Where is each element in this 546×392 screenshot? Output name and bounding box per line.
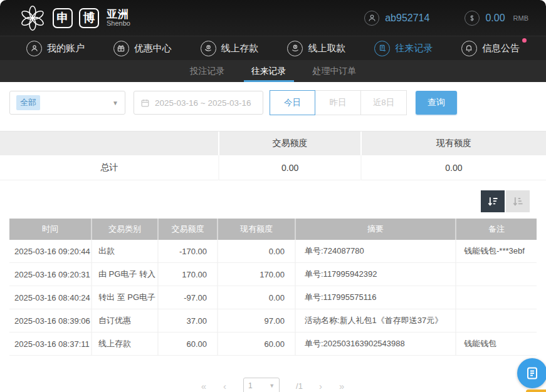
table-header-cell: 备注 <box>455 219 537 240</box>
page: 申 博 亚洲 Shenbo ab952714 0.00 RMB <box>0 0 546 392</box>
top-header: 申 博 亚洲 Shenbo ab952714 0.00 RMB <box>0 0 546 36</box>
account-icon <box>26 41 42 56</box>
table-cell: 60.00 <box>217 333 295 355</box>
table-cell: 单号:117995575116 <box>295 286 455 309</box>
search-button[interactable]: 查询 <box>416 91 457 115</box>
quick-yesterday-button[interactable]: 昨日 <box>315 90 361 115</box>
sort-toolbar <box>0 180 546 212</box>
filter-bar: 全部 ▼ 2025-03-16 ~ 2025-03-16 今日 昨日 近8日 查… <box>0 82 546 116</box>
table-cell: 单号:117995942392 <box>295 263 455 286</box>
table-cell: 0.00 <box>217 240 295 262</box>
user-icon <box>364 11 379 26</box>
account-info[interactable]: ab952714 <box>364 11 429 26</box>
table-header-row: 时间交易类别交易额度现有额度摘要备注 <box>9 219 537 240</box>
nav-item-transactions[interactable]: 往来记录 <box>374 41 433 56</box>
table-cell: 单号:724087780 <box>295 240 455 262</box>
calendar-icon <box>140 98 150 108</box>
brand-region: 亚洲 <box>107 9 130 20</box>
balance-currency: RMB <box>513 14 528 22</box>
summary-header: 交易额度 现有额度 <box>0 132 546 155</box>
table-cell: 出款 <box>91 240 157 262</box>
table-cell: 单号:202503163902543988 <box>295 333 455 355</box>
table-cell: -170.00 <box>157 240 217 262</box>
table-row: 2025-03-16 08:37:11线上存款60.0060.00单号:2025… <box>9 333 537 356</box>
table-row: 2025-03-16 08:40:24转出 至 PG电子-97.000.00单号… <box>9 286 537 309</box>
pagination-bar: « ‹ 1 ▼ /1 › » <box>0 378 546 392</box>
pagination-next-button[interactable]: › <box>319 381 323 391</box>
chevron-down-icon: ▼ <box>112 100 118 106</box>
notification-dot <box>522 38 527 43</box>
widget-tab[interactable] <box>526 389 546 392</box>
pagination-page-select[interactable]: 1 ▼ <box>243 378 280 392</box>
nav-label: 信息公告 <box>482 43 520 54</box>
tab-pending-orders[interactable]: 处理中订单 <box>309 60 360 82</box>
pagination-first-button[interactable]: « <box>201 381 207 391</box>
brand-logo[interactable]: 申 博 亚洲 Shenbo <box>19 4 130 32</box>
type-select[interactable]: 全部 ▼ <box>9 91 125 115</box>
logo-char-bo: 博 <box>79 8 99 28</box>
table-cell: -97.00 <box>157 286 217 309</box>
pagination-prev-button[interactable]: ‹ <box>223 381 227 391</box>
pagination-last-button[interactable]: » <box>339 381 345 391</box>
tab-transaction-records[interactable]: 往来记录 <box>248 60 290 82</box>
nav-item-promotions[interactable]: 优惠中心 <box>113 41 172 56</box>
quick-last8days-button[interactable]: 近8日 <box>361 90 407 115</box>
document-chat-icon <box>525 366 540 381</box>
table-cell: 自订优惠 <box>91 309 157 332</box>
username: ab952714 <box>385 13 429 24</box>
table-header-cell: 时间 <box>9 219 91 240</box>
table-header-cell: 交易额度 <box>157 219 217 240</box>
table-cell: 2025-03-16 09:20:44 <box>9 240 91 262</box>
quick-today-button[interactable]: 今日 <box>270 90 315 115</box>
chevron-down-icon: ▼ <box>269 383 275 389</box>
pagination-total-pages: /1 <box>296 381 303 391</box>
table-cell: 2025-03-16 08:40:24 <box>9 286 91 309</box>
gift-icon <box>113 41 129 56</box>
table-cell <box>455 286 537 309</box>
sort-descending-icon <box>486 195 499 208</box>
brand-subtitle: Shenbo <box>107 20 130 28</box>
nav-label: 线上取款 <box>308 43 345 54</box>
dollar-coin-icon <box>465 11 480 26</box>
table-cell: 2025-03-16 08:37:11 <box>9 333 91 355</box>
date-range-value: 2025-03-16 ~ 2025-03-16 <box>155 98 251 108</box>
table-cell: 活动名称:新人礼包1《首存即送37元》 <box>295 309 455 332</box>
sort-descending-button[interactable] <box>481 190 505 212</box>
customer-service-widget[interactable] <box>517 358 546 392</box>
table-body: 2025-03-16 09:20:44出款-170.000.00单号:72408… <box>9 240 537 356</box>
table-cell: 钱能钱包 <box>455 333 537 355</box>
table-cell <box>455 263 537 286</box>
table-cell: 170.00 <box>217 263 295 286</box>
sort-ascending-button[interactable] <box>506 190 530 212</box>
table-header-cell: 摘要 <box>295 219 455 240</box>
table-cell: 2025-03-16 08:39:06 <box>9 309 91 332</box>
nav-item-withdraw[interactable]: 线上取款 <box>287 41 345 56</box>
sort-ascending-icon <box>512 195 524 208</box>
sub-tabs: 投注记录 往来记录 处理中订单 <box>0 60 546 82</box>
balance-amount: 0.00 <box>485 13 505 24</box>
table-row: 2025-03-16 09:20:31由 PG电子 转入170.00170.00… <box>9 263 537 286</box>
table-cell: 170.00 <box>157 263 217 286</box>
type-select-value: 全部 <box>16 95 40 110</box>
tab-bet-records[interactable]: 投注记录 <box>186 60 229 82</box>
main-nav: 我的账户 优惠中心 线上存款 线上取款 往来记录 <box>0 36 546 60</box>
summary-table: 交易额度 现有额度 总计 0.00 0.00 <box>0 131 546 180</box>
quick-date-group: 今日 昨日 近8日 <box>270 90 407 115</box>
service-chat-button[interactable] <box>517 358 546 388</box>
nav-item-deposit[interactable]: 线上存款 <box>201 41 259 56</box>
table-cell: 转出 至 PG电子 <box>91 286 157 309</box>
table-cell: 钱能钱包-***3ebf <box>455 240 537 262</box>
nav-item-my-account[interactable]: 我的账户 <box>26 41 85 56</box>
table-cell: 0.00 <box>217 286 295 309</box>
summary-total-row: 总计 0.00 0.00 <box>0 155 546 180</box>
table-header-cell: 现有额度 <box>217 219 295 240</box>
table-cell: 由 PG电子 转入 <box>91 263 157 286</box>
balance-info[interactable]: 0.00 RMB <box>465 11 528 26</box>
logo-char-shen: 申 <box>53 8 73 28</box>
deposit-coin-icon <box>201 41 216 56</box>
date-range-input[interactable]: 2025-03-16 ~ 2025-03-16 <box>134 91 263 115</box>
table-row: 2025-03-16 08:39:06自订优惠37.0097.00活动名称:新人… <box>9 309 537 333</box>
nav-item-announcements[interactable]: 信息公告 <box>461 41 520 56</box>
table-cell: 60.00 <box>157 333 217 355</box>
bell-icon <box>461 41 477 56</box>
